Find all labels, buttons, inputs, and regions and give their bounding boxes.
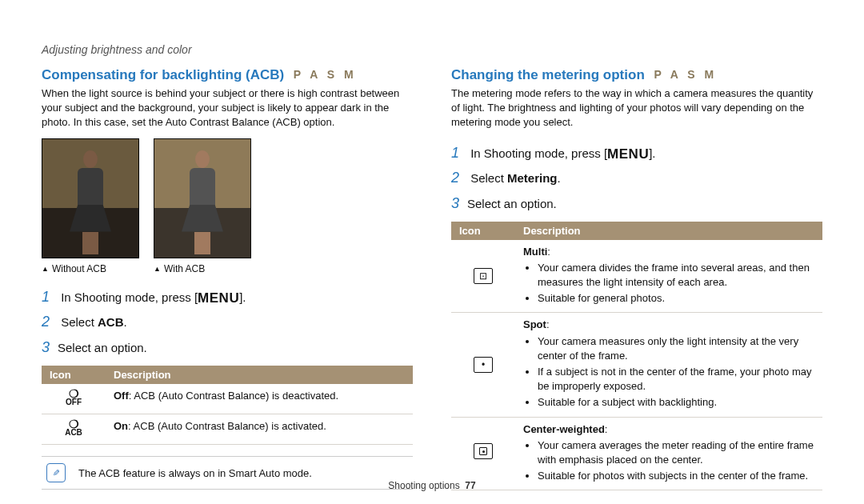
metering-step-2: Select Metering.: [451, 168, 822, 188]
metering-row-spot: Spot: Your camera measures only the ligh…: [451, 313, 822, 417]
left-column: Compensating for backlighting (ACB) P A …: [42, 40, 413, 490]
page-footer: Shooting options 77: [0, 480, 864, 491]
photo-comparison: Without ACB With ACB: [42, 138, 413, 274]
photo-caption-without: Without ACB: [42, 263, 138, 274]
menu-button-label: MENU: [198, 290, 239, 306]
section-heading-metering: Changing the metering option P A S M: [451, 67, 822, 83]
acb-row-off: ❍ OFF Off: ACB (Auto Contrast Balance) i…: [42, 384, 413, 414]
photo-image-bright: [154, 138, 251, 258]
photo-caption-with: With ACB: [154, 263, 250, 274]
metering-steps: In Shooting mode, press [MENU]. Select M…: [451, 143, 822, 214]
photo-with-acb: With ACB: [154, 138, 250, 274]
menu-button-label: MENU: [607, 146, 649, 162]
footer-section: Shooting options: [388, 480, 459, 491]
mode-indicator: P A S M: [654, 68, 717, 81]
metering-step-1: In Shooting mode, press [MENU].: [451, 143, 822, 164]
acb-on-icon: ❍ ACB: [65, 419, 82, 437]
metering-title: Changing the metering option: [451, 67, 645, 82]
right-column: Changing the metering option P A S M The…: [451, 40, 822, 490]
acb-steps: In Shooting mode, press [MENU]. Select A…: [42, 287, 413, 358]
metering-step-3: Select an option.: [451, 194, 822, 214]
metering-row-multi: Multi: Your camera divides the frame int…: [451, 240, 822, 313]
acb-row-on: ❍ ACB On: ACB (Auto Contrast Balance) is…: [42, 414, 413, 444]
th-desc: Description: [515, 222, 822, 240]
photo-image-dark: [42, 138, 139, 258]
acb-title: Compensating for backlighting (ACB): [42, 67, 284, 82]
metering-center-icon: [474, 443, 493, 459]
th-icon: Icon: [42, 366, 106, 384]
acb-step-3: Select an option.: [42, 338, 413, 358]
acb-step-1: In Shooting mode, press [MENU].: [42, 287, 413, 308]
acb-step-2: Select ACB.: [42, 312, 413, 332]
section-heading-acb: Compensating for backlighting (ACB) P A …: [42, 67, 413, 83]
metering-spot-icon: [474, 357, 493, 373]
note-text: The ACB feature is always on in Smart Au…: [78, 467, 312, 479]
mode-indicator: P A S M: [294, 68, 357, 81]
acb-off-icon: ❍ OFF: [65, 389, 82, 406]
acb-options-table: Icon Description ❍ OFF Off: ACB (Auto Co…: [42, 366, 413, 445]
th-desc: Description: [106, 366, 413, 384]
metering-options-table: Icon Description Multi: Your camera divi…: [451, 222, 822, 491]
acb-intro: When the light source is behind your sub…: [42, 86, 413, 130]
page-content: Compensating for backlighting (ACB) P A …: [0, 0, 864, 490]
breadcrumb: Adjusting brightness and color: [42, 43, 192, 56]
metering-intro: The metering mode refers to the way in w…: [451, 86, 822, 130]
th-icon: Icon: [451, 222, 515, 240]
metering-multi-icon: [474, 268, 493, 284]
photo-without-acb: Without ACB: [42, 138, 138, 274]
page-number: 77: [465, 480, 475, 491]
